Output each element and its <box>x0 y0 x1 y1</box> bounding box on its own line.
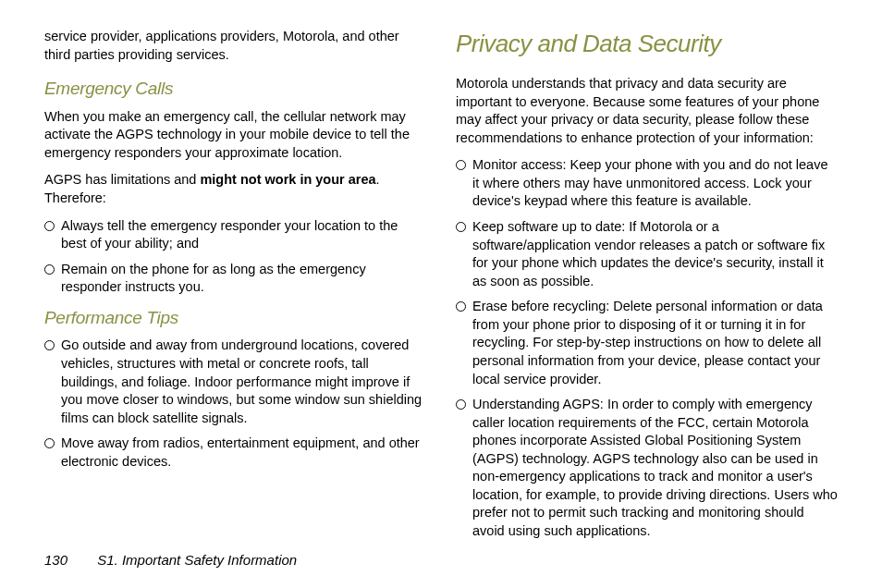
privacy-bullets: Monitor access: Keep your phone with you… <box>456 156 838 540</box>
list-item: Monitor access: Keep your phone with you… <box>456 156 838 211</box>
list-item: Remain on the phone for as long as the e… <box>44 261 426 297</box>
list-item: Keep software up to date: If Motorola or… <box>456 218 838 290</box>
list-item: Always tell the emergency responder your… <box>44 217 426 253</box>
right-column: Privacy and Data Security Motorola under… <box>456 28 838 545</box>
section-title: S1. Important Safety Information <box>97 552 297 568</box>
content-columns: service provider, applications providers… <box>44 28 838 545</box>
emergency-paragraph-2: AGPS has limitations and might not work … <box>44 171 426 207</box>
list-item: Erase before recycling: Delete personal … <box>456 298 838 388</box>
text-fragment: AGPS has limitations and <box>44 172 200 187</box>
page-footer: 130 S1. Important Safety Information <box>44 552 297 568</box>
emergency-paragraph-1: When you make an emergency call, the cel… <box>44 108 426 163</box>
emergency-bullets: Always tell the emergency responder your… <box>44 217 426 297</box>
list-item: Move away from radios, entertainment equ… <box>44 435 426 471</box>
intro-continuation: service provider, applications providers… <box>44 28 426 64</box>
privacy-intro: Motorola understands that privacy and da… <box>456 75 838 147</box>
list-item: Go outside and away from underground loc… <box>44 337 426 427</box>
bold-text: might not work in your area <box>200 172 375 187</box>
performance-bullets: Go outside and away from underground loc… <box>44 337 426 471</box>
heading-emergency-calls: Emergency Calls <box>44 77 426 101</box>
left-column: service provider, applications providers… <box>44 28 426 545</box>
heading-privacy-data-security: Privacy and Data Security <box>456 28 838 60</box>
heading-performance-tips: Performance Tips <box>44 306 426 330</box>
list-item: Understanding AGPS: In order to comply w… <box>456 396 838 541</box>
page-number: 130 <box>44 552 67 568</box>
